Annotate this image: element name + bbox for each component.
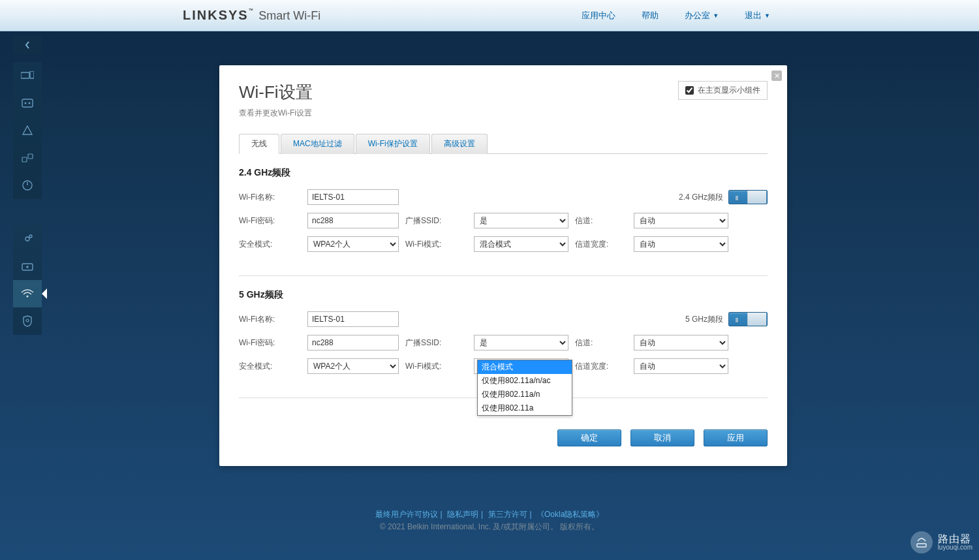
caret-down-icon: ▼ [764,12,770,19]
sidebar-item-connectivity[interactable] [13,225,42,253]
label-5-channel: 信道: [568,337,634,349]
watermark: 路由器 luyouqi.com [910,531,972,553]
nav-apps[interactable]: 应用中心 [582,10,615,22]
select-24-security[interactable]: WPA2个人 [307,236,399,252]
nav-logout[interactable]: 退出 ▼ [745,10,770,22]
toggle-on-indicator: | | [736,317,738,322]
sidebar-item-speedtest[interactable] [13,172,42,199]
toggle-handle [747,313,766,326]
ok-button[interactable]: 确定 [557,429,621,446]
section-24ghz: 2.4 GHz频段 Wi-Fi名称: 2.4 GHz频段 | | Wi-Fi密码… [239,154,768,276]
medkit-icon [22,262,33,271]
select-5-channel[interactable]: 自动 [634,335,728,350]
tab-wps[interactable]: Wi-Fi保护设置 [356,134,430,154]
option-a-n-ac[interactable]: 仅使用802.11a/n/ac [478,374,572,388]
sidebar-item-wifi[interactable] [13,280,42,307]
toggle-5ghz[interactable]: | | [728,312,768,326]
input-24-name[interactable] [307,189,399,205]
section-5ghz: 5 GHz频段 Wi-Fi名称: 5 GHz频段 | | Wi-Fi密码: 广播… [239,276,768,398]
caret-down-icon: ▼ [713,12,719,19]
band-24-label: 2.4 GHz频段 [679,192,723,203]
option-mixed[interactable]: 混合模式 [478,360,572,374]
input-5-password[interactable] [307,335,399,350]
panel-subtitle: 查看并更改Wi-Fi设置 [239,108,313,119]
select-24-mode[interactable]: 混合模式 [474,236,568,252]
apply-button[interactable]: 应用 [704,429,768,446]
svg-point-11 [26,295,28,297]
option-a-n[interactable]: 仅使用802.11a/n [478,388,572,401]
input-24-password[interactable] [307,213,399,228]
svg-rect-1 [30,71,34,78]
svg-rect-5 [22,157,27,162]
panel-header: Wi-Fi设置 查看并更改Wi-Fi设置 在主页显示小组件 [239,81,768,119]
row-24-name: Wi-Fi名称: 2.4 GHz频段 | | [239,189,768,205]
sidebar-group-status [13,62,42,199]
select-5-security[interactable]: WPA2个人 [307,358,399,374]
brand-name: LINKSYS [183,8,249,22]
select-24-width[interactable]: 自动 [634,236,728,252]
router-icon [915,536,928,549]
show-widget-checkbox[interactable] [685,86,694,95]
sidebar-item-parental[interactable] [13,117,42,144]
footer-eula[interactable]: 最终用户许可协议 [375,510,438,519]
sidebar-item-security[interactable] [13,307,42,335]
footer-thirdparty[interactable]: 第三方许可 [488,510,527,519]
label-24-pw: Wi-Fi密码: [239,215,307,226]
sidebar-item-troubleshoot[interactable] [13,253,42,280]
brand-tagline: Smart Wi-Fi [258,9,320,22]
brand-logo: LINKSYS™ Smart Wi-Fi [183,8,320,23]
tab-wireless[interactable]: 无线 [239,134,279,154]
gear-icon [22,233,33,245]
toggle-handle [747,191,766,204]
sidebar-expand-button[interactable] [13,36,42,54]
nav-help[interactable]: 帮助 [642,10,659,22]
sidebar-item-guest[interactable] [13,89,42,117]
watermark-sub: luyouqi.com [938,544,972,551]
svg-rect-0 [21,72,29,78]
svg-rect-13 [917,544,926,547]
row-24-pw: Wi-Fi密码: 广播SSID: 是 信道: 自动 [239,213,768,228]
panel-title: Wi-Fi设置 [239,81,313,104]
devices-icon [21,71,34,80]
toggle-24ghz[interactable]: | | [728,190,768,204]
select-5-broadcast[interactable]: 是 [474,335,568,350]
parental-icon [22,125,33,136]
svg-point-3 [25,102,27,104]
priority-icon [22,153,33,163]
show-widget-checkbox-wrap[interactable]: 在主页显示小组件 [678,81,768,100]
sidebar-item-devices[interactable] [13,62,42,89]
select-5-width[interactable]: 自动 [634,358,728,374]
top-nav: 应用中心 帮助 办公室 ▼ 退出 ▼ [582,10,979,22]
select-5-mode-options[interactable]: 混合模式 仅使用802.11a/n/ac 仅使用802.11a/n 仅使用802… [477,360,572,416]
top-bar: LINKSYS™ Smart Wi-Fi 应用中心 帮助 办公室 ▼ 退出 ▼ [0,0,979,31]
tab-advanced[interactable]: 高级设置 [431,134,488,154]
close-button[interactable]: ✕ [771,70,782,81]
svg-rect-6 [28,154,33,159]
label-24-channel: 信道: [568,215,634,226]
row-5-name: Wi-Fi名称: 5 GHz频段 | | [239,311,768,327]
svg-point-12 [26,319,29,322]
option-a[interactable]: 仅使用802.11a [478,401,572,415]
label-24-name: Wi-Fi名称: [239,192,307,203]
guest-icon [22,99,33,108]
watermark-main: 路由器 [938,534,972,544]
tab-mac-filter[interactable]: MAC地址过滤 [281,134,354,154]
footer: 最终用户许可协议| 隐私声明| 第三方许可| 《Ookla隐私策略》 © 202… [0,509,979,533]
wifi-icon [21,289,34,298]
footer-ookla[interactable]: 《Ookla隐私策略》 [536,510,604,519]
select-24-broadcast[interactable]: 是 [474,213,568,228]
nav-account[interactable]: 办公室 ▼ [685,10,719,22]
select-24-channel[interactable]: 自动 [634,213,728,228]
label-24-width: 信道宽度: [568,239,634,250]
svg-point-9 [29,235,32,238]
label-24-broadcast: 广播SSID: [399,215,474,226]
footer-copyright: © 2021 Belkin International, Inc. 及/或其附属… [0,521,979,533]
sidebar-item-priority[interactable] [13,144,42,172]
sidebar-group-settings [13,225,42,335]
footer-privacy[interactable]: 隐私声明 [447,510,478,519]
nav-logout-label: 退出 [745,10,762,22]
cancel-button[interactable]: 取消 [630,429,694,446]
show-widget-label: 在主页显示小组件 [698,85,760,96]
tabs: 无线 MAC地址过滤 Wi-Fi保护设置 高级设置 [239,133,768,154]
input-5-name[interactable] [307,311,399,327]
